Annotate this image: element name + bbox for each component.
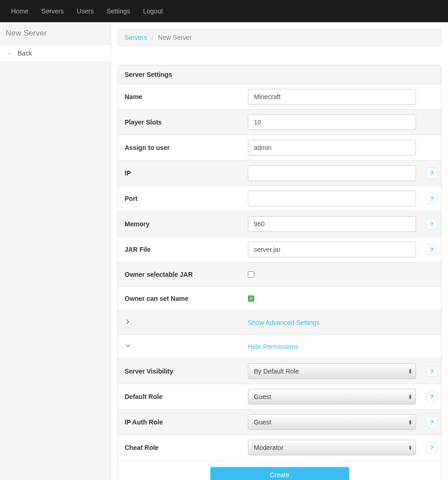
row-name: Name <box>118 84 441 110</box>
row-port: Port ? <box>118 186 441 212</box>
arrow-left-icon: ← <box>6 50 13 57</box>
breadcrumb-servers[interactable]: Servers <box>125 34 147 41</box>
check-icon: ✓ <box>249 296 253 301</box>
row-advanced-toggle[interactable]: Show Advanced Settings <box>118 311 441 335</box>
row-owner-set-name: Owner can set Name ✓ <box>118 287 441 311</box>
input-name[interactable] <box>248 89 416 105</box>
row-owner-selectable-jar: Owner selectable JAR <box>118 262 441 287</box>
chevron-down-icon <box>118 343 248 350</box>
navbar: Home Servers Users Settings Logout <box>0 0 448 22</box>
row-server-visibility: Server Visibility By Default Role ▲▼ ? <box>118 359 441 384</box>
checkbox-owner-selectable-jar[interactable] <box>248 271 254 278</box>
label-owner-set-name: Owner can set Name <box>118 295 248 302</box>
nav-servers[interactable]: Servers <box>35 0 70 22</box>
link-hide-permissions[interactable]: Hide Permissions <box>248 343 298 350</box>
label-ip-auth-role: IP Auth Role <box>118 418 248 426</box>
panel-heading: Server Settings <box>118 65 441 84</box>
label-owner-selectable-jar: Owner selectable JAR <box>118 271 248 278</box>
label-name: Name <box>118 93 248 100</box>
settings-panel: Server Settings Name Player Slots Assign <box>118 65 442 480</box>
row-player-slots: Player Slots <box>118 110 441 135</box>
label-default-role: Default Role <box>118 393 248 400</box>
help-port[interactable]: ? <box>426 193 437 204</box>
breadcrumb-current: New Server <box>158 34 192 41</box>
create-button[interactable]: Create <box>210 467 349 480</box>
breadcrumb: Servers / New Server <box>118 29 442 46</box>
label-player-slots: Player Slots <box>118 118 248 126</box>
sidebar-back-label: Back <box>18 50 32 57</box>
row-cheat-role: Cheat Role Moderator ▲▼ ? <box>118 435 441 461</box>
input-port[interactable] <box>248 191 416 206</box>
link-advanced-settings[interactable]: Show Advanced Settings <box>248 319 320 326</box>
row-permissions-toggle[interactable]: Hide Permissions <box>118 335 441 359</box>
label-ip: IP <box>118 169 248 177</box>
label-memory: Memory <box>118 220 248 228</box>
help-server-visibility[interactable]: ? <box>426 366 437 377</box>
row-ip: IP ? <box>118 161 441 186</box>
input-jar-file[interactable] <box>248 242 416 257</box>
breadcrumb-separator: / <box>149 34 156 41</box>
input-memory[interactable] <box>248 216 416 232</box>
select-server-visibility[interactable]: By Default Role <box>248 363 416 379</box>
chevron-right-icon <box>118 318 248 326</box>
label-cheat-role: Cheat Role <box>118 444 248 451</box>
label-server-visibility: Server Visibility <box>118 368 248 375</box>
help-ip-auth-role[interactable]: ? <box>426 417 437 428</box>
label-assign-user: Assign to user <box>118 144 248 151</box>
select-cheat-role[interactable]: Moderator <box>248 440 416 455</box>
input-player-slots[interactable] <box>248 114 416 130</box>
help-ip[interactable]: ? <box>426 168 437 179</box>
row-jar-file: JAR File ? <box>118 237 441 262</box>
select-ip-auth-role[interactable]: Guest <box>248 414 416 430</box>
sidebar: New Server ← Back <box>0 22 111 480</box>
label-jar-file: JAR File <box>118 246 248 253</box>
input-assign-user[interactable] <box>248 140 416 156</box>
label-port: Port <box>118 195 248 202</box>
sidebar-back[interactable]: ← Back <box>0 44 111 62</box>
help-cheat-role[interactable]: ? <box>426 442 437 453</box>
nav-logout[interactable]: Logout <box>137 0 170 22</box>
nav-users[interactable]: Users <box>70 0 101 22</box>
main-content: Servers / New Server Server Settings Nam… <box>111 22 448 480</box>
row-ip-auth-role: IP Auth Role Guest ▲▼ ? <box>118 410 441 435</box>
nav-home[interactable]: Home <box>5 0 35 22</box>
input-ip[interactable] <box>248 165 416 181</box>
help-memory[interactable]: ? <box>426 218 437 230</box>
select-default-role[interactable]: Guest <box>248 389 416 405</box>
help-default-role[interactable]: ? <box>426 391 437 402</box>
checkbox-owner-set-name[interactable]: ✓ <box>248 295 254 302</box>
sidebar-title: New Server <box>0 22 111 44</box>
row-submit: Create <box>118 461 441 480</box>
help-jar-file[interactable]: ? <box>426 244 437 255</box>
row-default-role: Default Role Guest ▲▼ ? <box>118 384 441 410</box>
row-assign-user: Assign to user <box>118 135 441 161</box>
nav-settings[interactable]: Settings <box>100 0 137 22</box>
row-memory: Memory ? <box>118 212 441 237</box>
